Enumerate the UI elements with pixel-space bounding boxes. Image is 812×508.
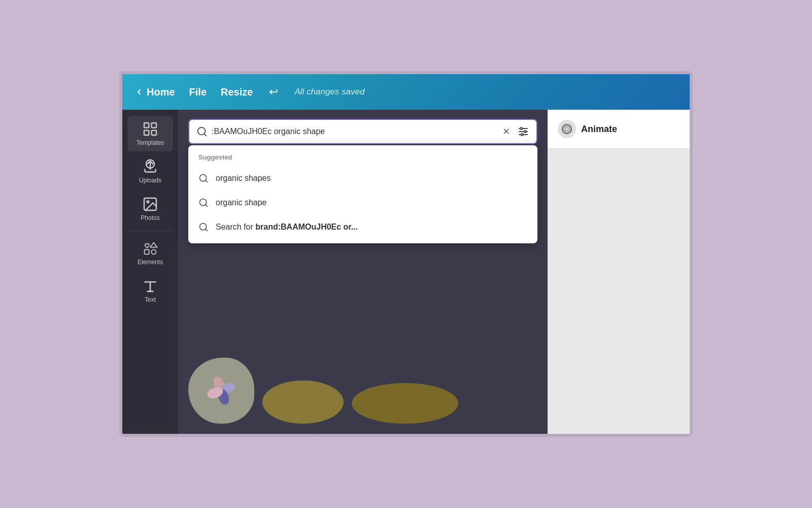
search-dropdown: Suggested organic shapes — [188, 145, 537, 243]
search-input[interactable] — [212, 127, 497, 136]
clear-button[interactable]: ✕ — [501, 125, 511, 138]
photo-icon — [142, 196, 158, 212]
animate-label: Animate — [581, 124, 617, 135]
svg-rect-0 — [144, 123, 149, 128]
search-bar[interactable]: ✕ — [188, 119, 537, 144]
sidebar-uploads-label: Uploads — [139, 177, 161, 184]
search-item-icon-1 — [198, 173, 209, 183]
text-icon — [142, 278, 158, 294]
undo-button[interactable]: ↩ — [269, 85, 278, 99]
sidebar-text-label: Text — [145, 296, 156, 303]
filter-icon — [517, 125, 529, 138]
sidebar-item-uploads[interactable]: Uploads — [127, 153, 173, 189]
shape-blob-3 — [352, 383, 458, 424]
home-label: Home — [147, 86, 175, 98]
svg-point-6 — [147, 201, 149, 203]
dropdown-item-text-2: organic shape — [216, 198, 267, 207]
svg-point-8 — [151, 249, 156, 254]
sidebar: Templates Uploads — [122, 110, 178, 434]
animate-icon — [558, 120, 576, 138]
svg-line-20 — [206, 205, 208, 207]
upload-icon — [142, 158, 158, 175]
search-item-icon-3 — [198, 222, 209, 232]
dropdown-item-brand-search[interactable]: Search for brand:BAAMOuJH0Ec or... — [188, 215, 537, 239]
dropdown-item-organic-shapes[interactable]: organic shapes — [188, 166, 537, 190]
animate-button[interactable]: Animate — [548, 110, 690, 149]
right-panel: Animate — [548, 110, 690, 434]
sidebar-item-text[interactable]: Text — [127, 273, 173, 308]
search-icon — [196, 126, 208, 137]
search-item-icon-2 — [198, 198, 209, 208]
sidebar-elements-label: Elements — [138, 259, 163, 266]
animate-circles-icon — [561, 123, 572, 135]
app-frame: Home File Resize ↩ All changes saved Tem… — [119, 71, 693, 437]
svg-line-10 — [204, 134, 206, 136]
svg-point-29 — [565, 128, 568, 131]
svg-line-18 — [206, 180, 208, 182]
sidebar-photos-label: Photos — [141, 214, 159, 221]
main-content: Templates Uploads — [122, 110, 690, 434]
grid-icon — [142, 121, 158, 137]
shape-blob-1 — [188, 358, 254, 424]
svg-rect-3 — [152, 131, 156, 135]
home-button[interactable]: Home — [134, 86, 175, 98]
sidebar-divider — [128, 231, 173, 231]
dropdown-item-organic-shape[interactable]: organic shape — [188, 190, 537, 215]
content-area: ✕ Suggested — [178, 110, 548, 434]
filter-button[interactable] — [517, 125, 529, 138]
svg-line-22 — [206, 229, 208, 231]
shape-inner-svg — [204, 373, 239, 408]
sidebar-item-templates[interactable]: Templates — [127, 116, 173, 151]
svg-rect-1 — [152, 123, 156, 128]
right-panel-body — [548, 149, 690, 434]
file-button[interactable]: File — [189, 86, 207, 98]
dropdown-item-text-3: Search for brand:BAAMOuJH0Ec or... — [216, 223, 358, 232]
svg-point-15 — [524, 131, 526, 133]
sidebar-templates-label: Templates — [137, 139, 164, 146]
svg-rect-7 — [145, 249, 149, 254]
svg-point-28 — [564, 126, 570, 132]
saved-status: All changes saved — [294, 87, 364, 97]
search-section: ✕ Suggested — [178, 110, 548, 144]
elements-icon — [142, 240, 158, 257]
suggested-label: Suggested — [188, 153, 537, 166]
sidebar-item-photos[interactable]: Photos — [127, 191, 173, 227]
dropdown-item-text-1: organic shapes — [216, 174, 271, 183]
sidebar-item-elements[interactable]: Elements — [127, 235, 173, 271]
svg-rect-2 — [144, 131, 149, 135]
shape-blob-2 — [262, 380, 344, 424]
topbar: Home File Resize ↩ All changes saved — [122, 74, 690, 110]
resize-button[interactable]: Resize — [221, 86, 253, 98]
svg-point-16 — [521, 134, 523, 136]
svg-point-14 — [520, 128, 522, 130]
